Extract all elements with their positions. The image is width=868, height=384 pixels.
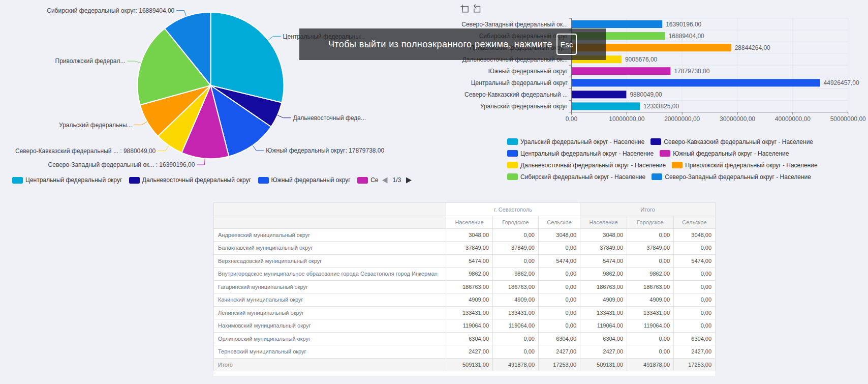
- svg-text:16390196,00: 16390196,00: [666, 21, 701, 28]
- svg-text:30000000,00: 30000000,00: [720, 115, 755, 123]
- svg-text:Северо-Западный федеральный ок: Северо-Западный федеральный ок...: [461, 21, 568, 28]
- svg-text:Южный федеральный округ: 17879: Южный федеральный округ: 17879738,00: [266, 147, 384, 154]
- svg-text:Южный федеральный округ: Южный федеральный округ: [488, 68, 568, 75]
- svg-text:Северо-Кавказский федеральный: Северо-Кавказский федеральный ... : 9880…: [15, 147, 156, 155]
- svg-text:Центральный федеральный округ: Центральный федеральный округ: [471, 79, 568, 86]
- svg-text:9880049,00: 9880049,00: [630, 91, 662, 98]
- svg-text:Уральский федеральный округ: Уральский федеральный округ: [480, 103, 568, 110]
- svg-text:40000000,00: 40000000,00: [775, 115, 811, 123]
- svg-text:20000000,00: 20000000,00: [664, 115, 700, 123]
- svg-text:10000000,00: 10000000,00: [609, 115, 644, 123]
- svg-text:44926457,00: 44926457,00: [824, 79, 859, 86]
- svg-text:50000000,00: 50000000,00: [830, 115, 866, 123]
- svg-text:16889404,00: 16889404,00: [669, 33, 704, 40]
- svg-text:0,00: 0,00: [566, 115, 578, 123]
- svg-text:9005676,00: 9005676,00: [625, 56, 658, 63]
- svg-text:Приволжский федерал...: Приволжский федерал...: [55, 57, 126, 65]
- svg-text:Сибирский федеральный округ: 1: Сибирский федеральный округ: 16889404,00: [47, 7, 174, 14]
- svg-text:17879738,00: 17879738,00: [674, 68, 709, 75]
- svg-text:Дальневосточный феде...: Дальневосточный феде...: [293, 114, 366, 122]
- svg-text:28844264,00: 28844264,00: [735, 44, 770, 51]
- svg-text:Северо-Западный федеральный ок: Северо-Западный федеральный ок... : 1639…: [48, 161, 195, 168]
- svg-text:Уральский федеральны...: Уральский федеральны...: [59, 122, 132, 129]
- svg-text:Северо-Кавказский федеральный: Северо-Кавказский федеральный ...: [464, 91, 568, 98]
- svg-text:12333825,00: 12333825,00: [643, 103, 679, 110]
